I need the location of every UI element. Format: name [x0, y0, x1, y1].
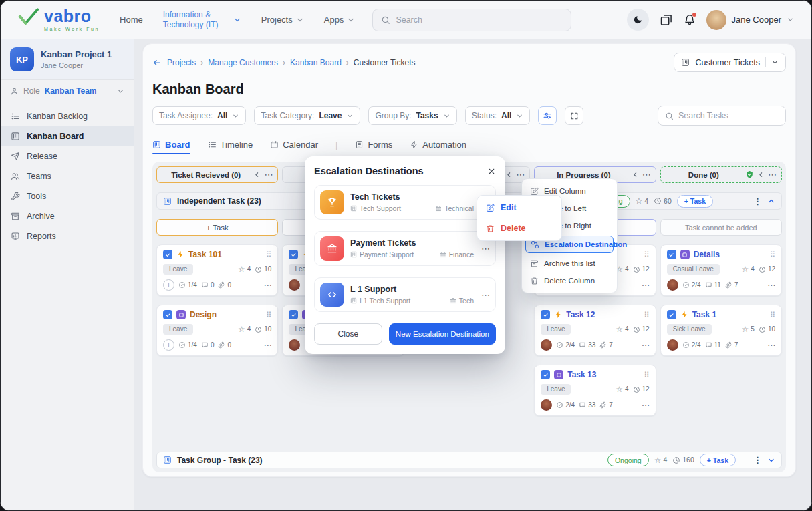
menu-delete[interactable]: Delete	[477, 218, 561, 238]
task-card[interactable]: Details⠿Casual Leave☆4122/4117⋯	[660, 244, 782, 296]
fullscreen-button[interactable]	[565, 106, 583, 125]
task-title[interactable]: Task 12	[566, 310, 640, 319]
tab-board[interactable]: Board	[152, 135, 190, 154]
filter-status[interactable]: Status:All	[465, 106, 531, 125]
filter-task-assignee[interactable]: Task Assignee:All	[152, 106, 246, 125]
assignee-avatar[interactable]	[289, 279, 300, 291]
new-escalation-destination-button[interactable]: New Escalation Destination	[389, 323, 496, 345]
sidebar-item-archive[interactable]: Archive	[1, 206, 134, 226]
column-menu-item-archive-this-list[interactable]: Archive this list	[525, 254, 614, 272]
assignee-avatar[interactable]	[667, 279, 678, 291]
task-more-button[interactable]: ⋯	[642, 341, 650, 349]
sidebar-item-kanban-backlog[interactable]: Kanban Backlog	[1, 106, 134, 126]
task-more-button[interactable]: ⋯	[263, 341, 271, 349]
assignee-avatar[interactable]	[289, 339, 300, 351]
global-search-input[interactable]	[396, 15, 563, 25]
assign-avatar-button[interactable]: +	[163, 279, 174, 291]
assignee-avatar[interactable]	[667, 339, 678, 351]
escalation-item-menu-button[interactable]: ⋯	[480, 291, 490, 299]
breadcrumb-link-kanban-board[interactable]: Kanban Board	[290, 58, 342, 67]
sidebar-item-teams[interactable]: Teams	[1, 166, 134, 186]
task-more-button[interactable]: ⋯	[642, 281, 650, 289]
add-task-button[interactable]: + Task	[156, 219, 278, 236]
nav-item-home[interactable]: Home	[120, 15, 143, 25]
breadcrumb-link-projects[interactable]: Projects	[167, 58, 196, 67]
user-menu[interactable]: Jane Cooper	[706, 10, 794, 30]
tab-forms[interactable]: Forms	[355, 135, 392, 154]
task-card[interactable]: Task 12⠿Leave☆4122/4337⋯	[534, 305, 656, 356]
group-add-task-button[interactable]: + Task	[677, 195, 713, 208]
filter-settings-button[interactable]	[538, 106, 557, 125]
dark-mode-toggle[interactable]	[627, 9, 649, 31]
task-more-button[interactable]: ⋯	[767, 281, 775, 289]
drag-handle-icon[interactable]: ⠿	[644, 251, 650, 259]
assignee-avatar[interactable]	[541, 399, 552, 411]
assignee-avatar[interactable]	[541, 339, 552, 351]
user-avatar	[706, 10, 726, 30]
task-search-input[interactable]	[678, 111, 779, 120]
task-card[interactable]: Task 13⠿Leave☆4122/4337⋯	[534, 365, 656, 416]
drag-handle-icon[interactable]: ⠿	[644, 371, 650, 379]
column-collapse-button[interactable]	[505, 171, 513, 178]
task-title[interactable]: Design	[190, 310, 262, 319]
task-title[interactable]: Task 1	[692, 310, 766, 319]
column-collapse-button[interactable]	[632, 171, 639, 178]
group-menu-button[interactable]: ⋮	[753, 197, 762, 206]
back-button[interactable]	[152, 58, 162, 67]
breadcrumb-link-manage-customers[interactable]: Manage Customers	[208, 58, 278, 67]
drag-handle-icon[interactable]: ⠿	[770, 311, 775, 319]
tab-timeline[interactable]: Timeline	[208, 135, 253, 154]
menu-edit[interactable]: Edit	[477, 198, 561, 218]
group-collapse-button[interactable]	[767, 197, 775, 205]
escalation-item-l-1-support[interactable]: L 1 SupportL1 Tech SupportTech⋯	[314, 277, 496, 312]
task-more-button[interactable]: ⋯	[767, 341, 775, 349]
close-button[interactable]: Close	[314, 323, 382, 345]
drag-handle-icon[interactable]: ⠿	[266, 251, 271, 259]
filter-task-category[interactable]: Task Category:Leave	[254, 106, 360, 125]
tab-calendar[interactable]: Calendar	[270, 135, 318, 154]
drag-handle-icon[interactable]: ⠿	[266, 311, 271, 319]
project-header[interactable]: KP Kanban Project 1 Jane Cooper	[1, 39, 134, 80]
column-menu-button[interactable]: ⋯	[516, 170, 525, 179]
group-menu-button[interactable]: ⋮	[753, 456, 762, 464]
sidebar-item-reports[interactable]: Reports	[1, 226, 134, 246]
task-more-button[interactable]: ⋯	[642, 401, 650, 409]
column-collapse-button[interactable]	[757, 171, 765, 178]
escalation-item-tech-tickets[interactable]: Tech TicketsTech SupportTechnical⋯	[314, 185, 496, 220]
task-title[interactable]: Details	[694, 250, 766, 259]
column-menu-button[interactable]: ⋯	[264, 170, 273, 179]
view-selector[interactable]: Customer Tickets	[674, 53, 786, 72]
tab-automation[interactable]: Automation	[410, 135, 466, 154]
global-search[interactable]	[372, 9, 571, 31]
drag-handle-icon[interactable]: ⠿	[644, 311, 650, 319]
task-more-button[interactable]: ⋯	[263, 281, 271, 289]
task-card[interactable]: Design⠿Leave☆410+1/400⋯	[156, 305, 278, 356]
column-menu-button[interactable]: ⋯	[642, 170, 651, 179]
nav-item-information-technology-it[interactable]: Information & Technology (IT)	[163, 10, 241, 30]
column-menu-item-delete-column[interactable]: Delete Column	[525, 272, 614, 289]
escalation-item-payment-tickets[interactable]: Payment TicketsPayment SupportFinance⋯	[314, 231, 496, 266]
notifications-button[interactable]	[684, 14, 696, 26]
task-card[interactable]: Task 1⠿Sick Leave☆5102/4117⋯	[660, 305, 782, 356]
role-selector[interactable]: Role Kanban Team	[1, 80, 134, 102]
column-collapse-button[interactable]	[253, 171, 261, 178]
sidebar-item-tools[interactable]: Tools	[1, 186, 134, 206]
nav-item-projects[interactable]: Projects	[261, 15, 304, 25]
sidebar-item-kanban-board[interactable]: Kanban Board	[1, 126, 134, 146]
nav-item-apps[interactable]: Apps	[324, 15, 356, 25]
escalation-item-menu-button[interactable]: ⋯	[480, 244, 490, 253]
task-title[interactable]: Task 101	[188, 250, 262, 259]
panels-button[interactable]	[660, 13, 673, 27]
column-menu-button[interactable]: ⋯	[768, 170, 777, 179]
sidebar-item-release[interactable]: Release	[1, 146, 134, 166]
task-card[interactable]: Task 101⠿Leave☆410+1/400⋯	[156, 244, 278, 296]
task-title[interactable]: Task 13	[567, 370, 640, 379]
task-search[interactable]	[658, 106, 786, 126]
vabro-logo[interactable]: vabro Make Work Fun	[18, 8, 100, 31]
group-add-task-button[interactable]: + Task	[700, 454, 736, 466]
filter-group-by[interactable]: Group By:Tasks	[368, 106, 456, 125]
close-icon[interactable]	[487, 167, 496, 176]
group-expand-button[interactable]	[767, 456, 775, 464]
drag-handle-icon[interactable]: ⠿	[770, 251, 775, 259]
assign-avatar-button[interactable]: +	[163, 339, 174, 351]
